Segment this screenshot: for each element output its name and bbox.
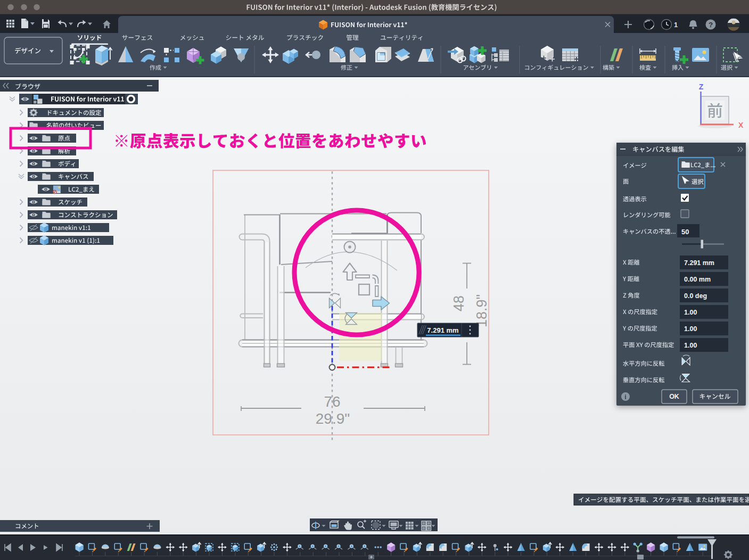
svg-text:7.291 mm: 7.291 mm <box>427 326 458 334</box>
svg-text:48: 48 <box>451 295 467 311</box>
svg-text:0.00 mm: 0.00 mm <box>684 276 711 283</box>
svg-text:0.0 deg: 0.0 deg <box>684 292 707 300</box>
svg-text:50: 50 <box>681 228 689 236</box>
svg-text:Z: Z <box>699 83 704 91</box>
svg-text:1.00: 1.00 <box>684 325 697 333</box>
svg-text:?: ? <box>709 21 713 29</box>
svg-text:1: 1 <box>674 21 678 29</box>
svg-text:1.00: 1.00 <box>684 309 697 316</box>
svg-text:7.291 mm: 7.291 mm <box>684 259 714 267</box>
svg-text:29.9": 29.9" <box>316 410 350 427</box>
svg-text:18.9": 18.9" <box>474 294 490 327</box>
svg-text:76: 76 <box>324 393 340 410</box>
svg-text:X: X <box>738 121 744 129</box>
svg-text:1.00: 1.00 <box>684 342 697 349</box>
svg-text:OK: OK <box>669 393 679 400</box>
svg-text:i: i <box>624 393 626 401</box>
